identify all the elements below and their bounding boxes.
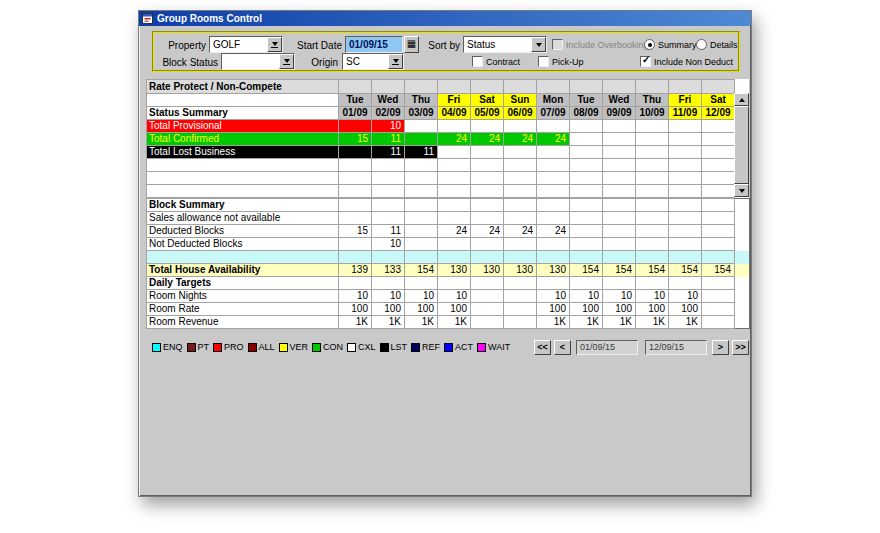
date-header: 09/09 (603, 107, 636, 120)
legend-item-pro: PRO (213, 342, 244, 352)
value-cell (570, 185, 603, 198)
value-cell: 10 (669, 290, 702, 303)
origin-dropdown-button[interactable] (388, 54, 403, 69)
grid-cell (147, 251, 339, 264)
title-bar[interactable]: Group Rooms Control (139, 11, 751, 26)
grid-filler (735, 225, 750, 238)
start-date-input[interactable]: 01/09/15 (345, 36, 403, 53)
value-cell (339, 212, 372, 225)
include-non-deduct-checkbox[interactable]: Include Non Deduct (640, 55, 733, 68)
group-rooms-control-window: Group Rooms Control Property GOLF Start … (138, 10, 752, 497)
row-label: Daily Targets (147, 277, 339, 290)
value-cell: 1K (339, 316, 372, 329)
property-dropdown-button[interactable] (267, 37, 282, 52)
value-cell (504, 185, 537, 198)
vertical-scrollbar[interactable] (734, 93, 749, 197)
include-overbooking-checkbox[interactable]: Include Overbooking (552, 38, 649, 51)
value-cell (504, 238, 537, 251)
summary-radio-button (644, 39, 655, 50)
grid-cell (570, 80, 603, 94)
block-status-combo[interactable] (221, 53, 295, 70)
value-cell: 10 (339, 290, 372, 303)
scrollbar-thumb[interactable] (734, 106, 749, 184)
value-cell (702, 303, 735, 316)
value-cell (537, 238, 570, 251)
contract-checkbox[interactable]: Contract (472, 55, 520, 68)
origin-combo[interactable]: SC (342, 53, 404, 70)
day-header: Tue (339, 94, 372, 107)
next-page-button[interactable]: > (712, 340, 729, 355)
value-cell: 100 (438, 303, 471, 316)
value-cell (636, 185, 669, 198)
prev-page-button[interactable]: < (554, 340, 571, 355)
value-cell (570, 238, 603, 251)
value-cell (603, 212, 636, 225)
value-cell (471, 199, 504, 212)
include-overbooking-label: Include Overbooking (566, 40, 649, 50)
value-cell (471, 316, 504, 329)
value-cell: 10 (603, 290, 636, 303)
value-cell: 10 (372, 238, 405, 251)
legend-label: PRO (224, 342, 244, 352)
scroll-up-button[interactable] (734, 93, 749, 106)
value-cell (504, 172, 537, 185)
row-label: Not Deducted Blocks (147, 238, 339, 251)
value-cell: 100 (603, 303, 636, 316)
grid-cell (669, 80, 702, 94)
row-label: Total Confirmed (147, 133, 339, 146)
value-cell (603, 172, 636, 185)
value-cell (372, 172, 405, 185)
legend-swatch-cxl (347, 343, 356, 352)
value-cell (636, 146, 669, 159)
value-cell (570, 120, 603, 133)
value-cell: 154 (405, 264, 438, 277)
calendar-button[interactable]: ▦ (404, 36, 419, 53)
value-cell (537, 251, 570, 264)
value-cell: 100 (339, 303, 372, 316)
value-cell (636, 238, 669, 251)
grid-filler (735, 290, 750, 303)
value-cell (504, 303, 537, 316)
value-cell: 10 (438, 290, 471, 303)
sort-by-combo[interactable]: Status (463, 36, 547, 53)
dropdown-arrow-icon (393, 59, 399, 63)
sort-by-value: Status (464, 39, 531, 50)
value-cell (603, 251, 636, 264)
legend-item-enq: ENQ (152, 342, 183, 352)
summary-radio[interactable]: Summary (644, 38, 697, 51)
dropdown-arrow-icon (284, 59, 290, 63)
first-page-button[interactable]: << (534, 340, 551, 355)
value-cell (471, 120, 504, 133)
sort-by-dropdown-button[interactable] (531, 37, 546, 52)
grid-cell (438, 80, 471, 94)
status-grid: Rate Protect / Non-CompeteTueWedThuFriSa… (146, 79, 735, 198)
last-page-button[interactable]: >> (732, 340, 749, 355)
value-cell (669, 251, 702, 264)
value-cell (702, 212, 735, 225)
pick-up-checkbox[interactable]: Pick-Up (538, 55, 584, 68)
details-radio[interactable]: Details (696, 38, 738, 51)
value-cell: 1K (669, 316, 702, 329)
property-combo[interactable]: GOLF (209, 36, 283, 53)
value-cell (636, 133, 669, 146)
window-title: Group Rooms Control (157, 12, 262, 25)
legend-swatch-all (248, 343, 257, 352)
block-status-dropdown-button[interactable] (279, 54, 294, 69)
row-label: Room Revenue (147, 316, 339, 329)
legend-swatch-act (444, 343, 453, 352)
legend-item-ver: VER (279, 342, 309, 352)
grid-cell (147, 159, 339, 172)
range-start-field[interactable]: 01/09/15 (576, 340, 638, 355)
value-cell (570, 146, 603, 159)
value-cell (669, 185, 702, 198)
date-header: 10/09 (636, 107, 669, 120)
value-cell (471, 185, 504, 198)
grid-cell (504, 80, 537, 94)
legend-label: CXL (358, 342, 376, 352)
scroll-down-button[interactable] (734, 184, 749, 197)
range-end-field[interactable]: 12/09/15 (645, 340, 707, 355)
value-cell (372, 251, 405, 264)
row-label: Total House Availability (147, 264, 339, 277)
sort-by-label: Sort by (424, 38, 460, 53)
calendar-icon: ▦ (407, 38, 416, 49)
